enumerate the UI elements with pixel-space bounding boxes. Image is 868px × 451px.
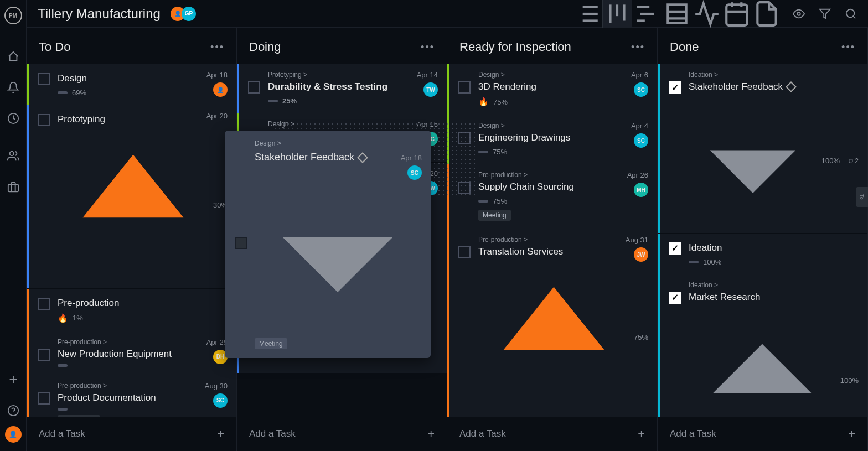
column-title: Doing (249, 40, 281, 54)
view-tabs (572, 0, 782, 28)
assignee-avatar: SC (407, 165, 422, 180)
card-breadcrumb: Pre-production > (478, 236, 648, 243)
milestone-icon (357, 152, 368, 163)
board-view-tab[interactable] (602, 0, 632, 28)
card-progress: 69% (72, 89, 86, 97)
sheet-view-tab[interactable] (662, 0, 692, 28)
card-title: Supply Chain Sourcing (478, 182, 648, 193)
task-card[interactable]: Pre-production > New Production Equipmen… (27, 331, 236, 375)
task-card[interactable]: Ideation > ✓ Market Research 100% (658, 274, 867, 417)
task-checkbox[interactable]: ✓ (669, 81, 681, 94)
task-card[interactable]: Design 69% Apr 18👤 (27, 64, 236, 105)
task-card[interactable]: Pre-production 🔥 1% (27, 289, 236, 331)
card-progress: 75% (493, 98, 508, 106)
task-card[interactable]: Design > Engineering Drawings 75% Apr 4S… (447, 115, 657, 164)
card-breadcrumb: Design > (255, 139, 421, 147)
plus-icon[interactable] (7, 374, 19, 386)
bell-icon[interactable] (7, 81, 19, 94)
side-tab[interactable]: To (856, 187, 868, 207)
card-title: Translation Services (478, 246, 648, 257)
column-title: Ready for Inspection (459, 40, 571, 54)
task-card[interactable]: Pre-production > Product Documentation D… (27, 375, 236, 417)
svg-point-24 (846, 9, 855, 17)
task-card[interactable]: Pre-production > Supply Chain Sourcing 7… (447, 164, 657, 229)
card-tag: Meeting (478, 210, 511, 221)
task-checkbox[interactable] (38, 73, 50, 85)
plus-icon: + (427, 427, 435, 441)
svg-rect-18 (726, 4, 747, 25)
card-title: Engineering Drawings (478, 132, 648, 143)
user-avatar[interactable]: 👤 (5, 426, 22, 443)
comment-icon[interactable]: 2 (849, 157, 859, 165)
gantt-view-tab[interactable] (632, 0, 662, 28)
card-tag: Documents (58, 415, 100, 417)
card-list: Ideation > ✓ Stakeholder Feedback 100% 2… (658, 64, 867, 417)
header-avatars[interactable]: 👤 GP (170, 7, 196, 21)
task-card[interactable]: Prototyping 30% Apr 20 (27, 105, 236, 288)
task-checkbox[interactable] (38, 392, 50, 405)
sidebar-nav: PM 👤 (0, 0, 27, 451)
column-menu-icon[interactable]: ••• (421, 42, 435, 53)
assignee-avatar: SC (634, 133, 648, 148)
plus-icon: + (217, 427, 224, 441)
column-menu-icon[interactable]: ••• (841, 42, 855, 53)
dragging-card[interactable]: Design > Stakeholder Feedback Meeting Ap… (225, 131, 431, 358)
card-progress: 75% (634, 333, 648, 341)
milestone-icon (786, 81, 797, 92)
card-title: New Production Equipment (58, 349, 228, 360)
assignee-avatar: SC (213, 393, 228, 408)
card-breadcrumb: Pre-production > (58, 338, 228, 346)
eye-icon[interactable] (793, 8, 805, 20)
activity-view-tab[interactable] (692, 0, 722, 28)
task-checkbox[interactable] (38, 349, 50, 361)
card-title: Design (58, 73, 228, 84)
task-checkbox[interactable] (235, 237, 247, 249)
plus-icon: + (638, 427, 645, 441)
task-checkbox[interactable] (38, 298, 50, 310)
card-progress: 100% (703, 258, 721, 266)
home-icon[interactable] (7, 50, 19, 63)
card-list: Design > 3D Rendering 🔥 75% Apr 6SC Desi… (447, 64, 657, 417)
help-icon[interactable] (7, 405, 19, 417)
project-title: Tillery Manufacturing (38, 6, 161, 22)
card-progress: 75% (493, 197, 507, 205)
column-menu-icon[interactable]: ••• (631, 42, 645, 53)
search-icon[interactable] (845, 8, 857, 20)
task-card[interactable]: Ideation > ✓ Stakeholder Feedback 100% 2 (658, 64, 867, 233)
card-date: Apr 6 (631, 71, 648, 79)
add-task-button[interactable]: Add a Task + (237, 417, 447, 451)
task-checkbox[interactable] (248, 81, 260, 94)
list-view-tab[interactable] (572, 0, 602, 28)
add-task-label: Add a Task (670, 428, 716, 439)
task-checkbox[interactable]: ✓ (669, 292, 681, 304)
filter-icon[interactable] (819, 8, 831, 20)
task-card[interactable]: Pre-production > Translation Services 75… (447, 229, 657, 417)
task-checkbox[interactable] (458, 246, 471, 258)
card-date: Apr 4 (631, 122, 648, 130)
add-task-button[interactable]: Add a Task + (658, 417, 867, 451)
task-card[interactable]: ✓ Ideation 100% (658, 234, 867, 274)
add-task-label: Add a Task (459, 428, 506, 439)
add-task-button[interactable]: Add a Task + (27, 417, 236, 451)
task-checkbox[interactable] (38, 114, 50, 126)
header: Tillery Manufacturing 👤 GP (27, 0, 868, 28)
task-card[interactable]: Prototyping > Durability & Stress Testin… (237, 64, 447, 113)
assignee-avatar: MH (634, 183, 648, 197)
task-card[interactable]: Design > 3D Rendering 🔥 75% Apr 6SC (447, 64, 657, 115)
people-icon[interactable] (7, 150, 19, 162)
add-task-button[interactable]: Add a Task + (447, 417, 657, 451)
clock-icon[interactable] (7, 112, 19, 125)
card-progress: 25% (282, 97, 297, 105)
card-title: Pre-production (58, 298, 228, 309)
column-menu-icon[interactable]: ••• (210, 42, 224, 53)
task-checkbox[interactable]: ✓ (669, 242, 681, 255)
assignee-avatar: TW (423, 82, 438, 97)
assignee-avatar: 👤 (213, 82, 228, 97)
calendar-view-tab[interactable] (722, 0, 752, 28)
briefcase-icon[interactable] (7, 181, 19, 193)
task-checkbox[interactable] (458, 81, 471, 94)
column-title: Done (670, 40, 699, 54)
app-logo[interactable]: PM (4, 7, 22, 24)
file-view-tab[interactable] (752, 0, 782, 28)
card-breadcrumb: Pre-production > (478, 171, 648, 179)
